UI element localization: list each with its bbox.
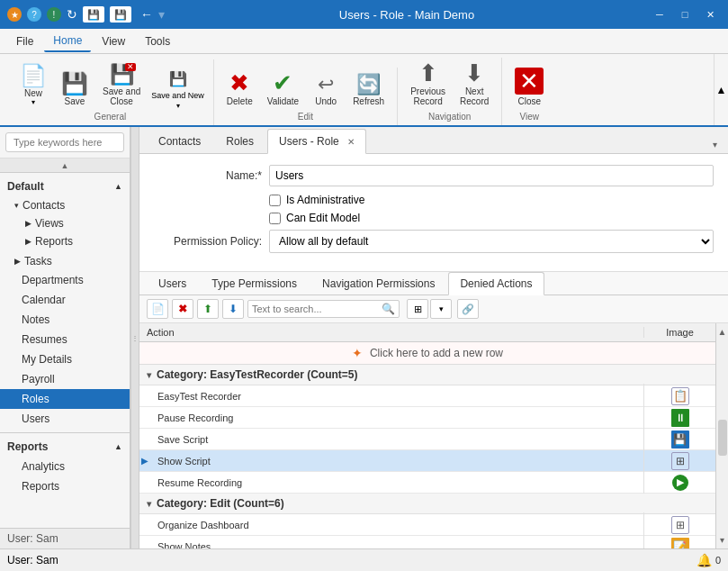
da-scrollbar[interactable]: ▲ ▾ bbox=[715, 323, 728, 548]
menu-tools[interactable]: Tools bbox=[136, 32, 179, 51]
save-button[interactable]: 💾 Save bbox=[56, 69, 94, 110]
sidebar-scroll-up[interactable]: ▲ bbox=[0, 159, 130, 173]
da-grid-btn1[interactable]: ⊞ bbox=[407, 299, 428, 319]
save-new-label: Save and New bbox=[149, 91, 206, 100]
refresh-button[interactable]: 🔄 Refresh bbox=[347, 71, 390, 110]
da-add-row[interactable]: ✦ Click here to add a new row bbox=[139, 342, 715, 365]
name-input[interactable] bbox=[269, 165, 714, 186]
table-row[interactable]: Show Notes 📝 bbox=[139, 536, 715, 548]
da-search-input[interactable] bbox=[252, 304, 378, 314]
inner-tab-denied-actions[interactable]: Denied Actions bbox=[448, 272, 544, 295]
validate-button[interactable]: ✔ Validate bbox=[262, 68, 304, 110]
da-new-btn[interactable]: 📄 bbox=[147, 299, 168, 319]
ribbon: 📄 New ▾ 💾 Save 💾 ✕ Save andClose bbox=[0, 54, 728, 127]
inner-tab-type-perms[interactable]: Type Permissions bbox=[200, 272, 309, 295]
sidebar-item-tasks[interactable]: ▶ Tasks bbox=[0, 252, 130, 270]
save-new-dropdown[interactable]: ▾ bbox=[149, 102, 206, 110]
save-close-button[interactable]: 💾 ✕ Save andClose bbox=[97, 59, 146, 110]
da-delete-btn[interactable]: ✖ bbox=[172, 299, 193, 319]
next-record-icon: ⬇ bbox=[464, 61, 484, 85]
undo-button[interactable]: ↩ Undo bbox=[308, 71, 344, 110]
da-move-down-btn[interactable]: ⬇ bbox=[222, 299, 244, 319]
window-close-btn[interactable]: ✕ bbox=[699, 5, 721, 23]
sidebar-item-views[interactable]: ▶ Views bbox=[0, 214, 130, 232]
close-button[interactable]: ✕ Close bbox=[509, 64, 549, 110]
next-record-button[interactable]: ⬇ NextRecord bbox=[454, 58, 494, 110]
sidebar-item-roles[interactable]: Roles bbox=[0, 389, 130, 409]
scroll-up-btn[interactable]: ▲ bbox=[716, 325, 728, 339]
sidebar-item-users[interactable]: Users bbox=[0, 409, 130, 429]
delete-button[interactable]: ✖ Delete bbox=[221, 68, 258, 110]
back-icon[interactable]: ← bbox=[140, 7, 153, 22]
sidebar-default-header[interactable]: Default ▲ bbox=[0, 177, 130, 196]
inner-tab-nav-perms[interactable]: Navigation Permissions bbox=[310, 272, 446, 295]
row-image: 📝 bbox=[643, 534, 715, 549]
tab-users-role[interactable]: Users - Role ✕ bbox=[267, 129, 366, 154]
sidebar-item-calendar[interactable]: Calendar bbox=[0, 290, 130, 310]
table-row[interactable]: EasyTest Recorder 📋 bbox=[139, 385, 715, 407]
save-icon: 💾 bbox=[61, 73, 88, 95]
sidebar: ▲ Default ▲ ▾ Contacts ▶ Views ▶ Reports bbox=[0, 127, 130, 548]
tab-close-icon[interactable]: ✕ bbox=[347, 137, 355, 147]
save-icon-btn[interactable]: 💾 bbox=[83, 6, 104, 23]
maximize-btn[interactable]: □ bbox=[674, 5, 696, 23]
table-row[interactable]: Save Script 💾 bbox=[139, 429, 715, 450]
table-row[interactable]: Pause Recording ⏸ bbox=[139, 407, 715, 429]
menu-home[interactable]: Home bbox=[44, 31, 91, 52]
menu-view[interactable]: View bbox=[93, 32, 134, 51]
title-bar-controls: ─ □ ✕ bbox=[649, 5, 721, 23]
ribbon-scroll[interactable]: ▲ bbox=[714, 54, 728, 125]
denied-actions-area: 📄 ✖ ⬆ ⬇ 🔍 ⊞ ▾ 🔗 bbox=[139, 295, 728, 548]
add-row-star: ✦ bbox=[352, 346, 363, 360]
sidebar-reports-header[interactable]: Reports ▲ bbox=[0, 437, 130, 457]
prev-record-button[interactable]: ⬆ PreviousRecord bbox=[405, 58, 451, 110]
table-row[interactable]: Resume Recording ▶ bbox=[139, 472, 715, 494]
forward-icon[interactable]: ▾ bbox=[158, 7, 165, 22]
refresh-icon[interactable]: ↻ bbox=[67, 7, 77, 22]
table-row[interactable]: Organize Dashboard ⊞ bbox=[139, 514, 715, 536]
cat1-chevron: ▾ bbox=[147, 370, 151, 380]
scroll-down-btn[interactable]: ▾ bbox=[718, 533, 726, 547]
sidebar-resize-handle[interactable]: ⋮ bbox=[130, 127, 139, 548]
can-edit-checkbox[interactable] bbox=[269, 213, 281, 224]
new-dropdown[interactable]: ▾ bbox=[31, 98, 35, 106]
permission-select[interactable]: Allow all by default bbox=[269, 230, 714, 253]
da-grid-btn2[interactable]: ▾ bbox=[430, 299, 452, 319]
table-row[interactable]: ▶ Show Script ⊞ bbox=[139, 450, 715, 472]
sidebar-item-my-details[interactable]: My Details bbox=[0, 349, 130, 369]
category-row-1[interactable]: ▾ Category: EasyTestRecorder (Count=5) bbox=[139, 365, 715, 385]
save-new-top[interactable]: 💾 bbox=[149, 68, 206, 89]
da-move-up-btn[interactable]: ⬆ bbox=[197, 299, 219, 319]
save-new-button[interactable]: 💾 Save and New ▾ bbox=[149, 68, 206, 110]
save-script-icon: 💾 bbox=[671, 431, 689, 449]
tab-contacts[interactable]: Contacts bbox=[147, 129, 212, 153]
form-area: Name:* Is Administrative Can Edit Model … bbox=[139, 154, 728, 272]
save2-icon-btn[interactable]: 💾 bbox=[110, 6, 131, 23]
scroll-thumb-bar[interactable] bbox=[718, 420, 727, 456]
sidebar-item-payroll[interactable]: Payroll bbox=[0, 369, 130, 389]
sidebar-item-reports[interactable]: Reports bbox=[0, 476, 130, 496]
new-button[interactable]: 📄 New ▾ bbox=[14, 61, 52, 110]
da-table: Action Image ✦ Click here to add a new r… bbox=[139, 323, 715, 548]
da-link-btn[interactable]: 🔗 bbox=[457, 299, 479, 319]
sidebar-search-bar bbox=[0, 127, 130, 159]
minimize-btn[interactable]: ─ bbox=[649, 5, 670, 23]
search-input[interactable] bbox=[5, 132, 124, 152]
sidebar-item-reports-contacts[interactable]: ▶ Reports bbox=[0, 232, 130, 250]
tasks-chevron: ▶ bbox=[14, 257, 21, 266]
category-row-2[interactable]: ▾ Category: Edit (Count=6) bbox=[139, 494, 715, 514]
tab-roles[interactable]: Roles bbox=[214, 129, 265, 153]
tab-users-role-label: Users - Role bbox=[279, 135, 339, 148]
sidebar-item-resumes[interactable]: Resumes bbox=[0, 330, 130, 349]
sidebar-item-departments[interactable]: Departments bbox=[0, 270, 130, 290]
menu-file[interactable]: File bbox=[7, 32, 42, 51]
inner-tab-users[interactable]: Users bbox=[147, 272, 198, 295]
sidebar-item-contacts[interactable]: ▾ Contacts bbox=[0, 196, 130, 214]
is-admin-checkbox[interactable] bbox=[269, 195, 281, 206]
sidebar-item-analytics[interactable]: Analytics bbox=[0, 457, 130, 476]
tab-scroll-right[interactable]: ▾ bbox=[709, 136, 721, 153]
sidebar-item-notes[interactable]: Notes bbox=[0, 310, 130, 330]
main-layout: ▲ Default ▲ ▾ Contacts ▶ Views ▶ Reports bbox=[0, 127, 728, 548]
permission-label: Permission Policy: bbox=[154, 235, 262, 248]
bell-icon[interactable]: 🔔 bbox=[697, 553, 712, 567]
